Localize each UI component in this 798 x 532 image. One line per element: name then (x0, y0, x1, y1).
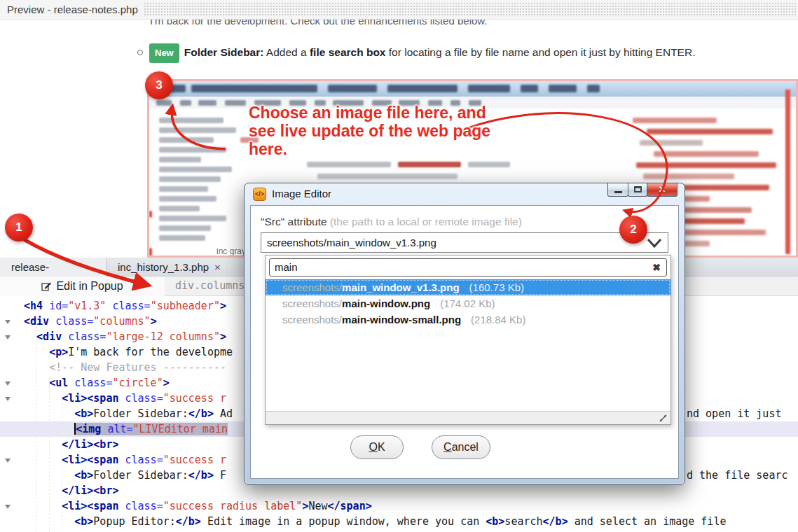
breadcrumb-item[interactable]: div.columns (175, 279, 245, 292)
close-icon: ✕ (647, 183, 677, 195)
blur-chunk (317, 174, 458, 179)
screenshot-red-strip (785, 90, 790, 254)
feature-highlight: file search box (310, 46, 386, 58)
chevron-down-icon[interactable] (647, 236, 662, 250)
blur-chunk (521, 85, 538, 92)
blur-chunk (159, 157, 201, 162)
blur-chunk (159, 235, 205, 241)
gutter (0, 314, 21, 329)
gutter (0, 344, 21, 360)
tab-inc-history[interactable]: inc_history_1.3.php× (106, 258, 232, 276)
blur-chunk (159, 176, 221, 182)
src-combobox-value: screenshots/main_window_v1.3.png (267, 237, 436, 248)
blur-chunk (159, 167, 232, 172)
blur-chunk (158, 85, 186, 92)
blur-chunk (468, 85, 510, 92)
clear-search-icon[interactable]: ✖ (652, 259, 661, 276)
blur-chunk (159, 147, 226, 153)
gutter (0, 483, 21, 498)
list-bullet-icon (137, 50, 143, 55)
maximize-button[interactable] (628, 183, 647, 197)
preview-window-titlebar: Preview - release-notes.php (0, 0, 798, 20)
preview-intro-text: I'm back for the development. Check out … (150, 20, 487, 27)
gutter (0, 421, 21, 437)
blur-chunk (654, 151, 759, 157)
file-list-item[interactable]: screenshots/main-window.png(174.02 Kb) (266, 295, 670, 312)
dialog-title: Image Editor (272, 188, 331, 200)
blur-chunk (159, 216, 226, 221)
close-button[interactable]: ✕ (647, 183, 677, 197)
titlebar-drag-texture[interactable] (144, 2, 797, 17)
blur-chunk (428, 100, 442, 106)
file-list-item[interactable]: screenshots/main_window_v1.3.png(160.73 … (266, 279, 670, 295)
code-line-fragment: nd open it just (687, 406, 781, 421)
minimize-icon (614, 191, 622, 193)
file-list-item[interactable]: screenshots/main-window-small.png(218.84… (266, 312, 670, 328)
fold-marker-icon[interactable] (5, 320, 11, 324)
gutter (0, 298, 21, 314)
fold-marker-icon[interactable] (5, 458, 11, 463)
dialog-content: "Src" attribute (the path to a local or … (250, 205, 679, 479)
code-line[interactable]: <li><span class="success radius label">N… (0, 498, 798, 514)
blur-chunk (372, 100, 392, 106)
tab-release-notes[interactable]: release-notes.php (0, 258, 106, 276)
blur-chunk (640, 140, 703, 146)
blur-chunk (633, 118, 717, 123)
blur-chunk (159, 186, 208, 192)
maximize-icon (634, 186, 642, 192)
fold-marker-icon[interactable] (5, 382, 11, 386)
image-editor-dialog: </> Image Editor ✕ "Src" attribute (the … (244, 183, 685, 485)
cancel-button[interactable]: Cancel (432, 435, 490, 459)
blur-chunk (156, 100, 172, 106)
tab-close-icon[interactable]: × (214, 261, 221, 273)
file-search-value: main (275, 261, 298, 273)
blur-chunk (399, 100, 420, 106)
gutter (0, 437, 21, 452)
blur-chunk (398, 162, 461, 167)
blur-chunk (289, 100, 306, 106)
edit-in-popup-button[interactable]: Edit in Popup (0, 276, 165, 296)
blur-chunk (307, 162, 391, 167)
blur-chunk (159, 196, 216, 202)
gutter (0, 360, 21, 375)
blur-chunk (198, 100, 216, 106)
blur-chunk (647, 129, 773, 134)
edit-pencil-icon (41, 281, 52, 291)
src-combobox[interactable]: screenshots/main_window_v1.3.png (261, 232, 668, 253)
src-attribute-label: "Src" attribute (the path to a local or … (261, 216, 668, 228)
blur-chunk (450, 100, 460, 106)
blur-chunk (643, 174, 734, 179)
gutter (0, 375, 21, 391)
blur-chunk (149, 248, 152, 256)
blur-chunk (468, 162, 510, 167)
code-line[interactable]: </li><br> (0, 483, 798, 498)
new-badge: New (149, 43, 179, 63)
file-list: screenshots/main_window_v1.3.png(160.73 … (266, 279, 670, 411)
gutter (0, 329, 21, 344)
gutter (0, 498, 21, 514)
fold-marker-icon[interactable] (5, 505, 11, 509)
resize-diagonal-icon (658, 413, 668, 424)
blur-chunk (180, 100, 191, 106)
fold-marker-icon[interactable] (5, 335, 11, 340)
preview-release-note-item: NewFolder Sidebar: Added a file search b… (137, 43, 776, 63)
blur-chunk (549, 85, 577, 92)
blur-chunk (636, 162, 776, 168)
panel-resize-bar[interactable] (266, 411, 670, 424)
blur-chunk (333, 100, 364, 106)
gutter (0, 514, 21, 529)
code-line[interactable]: <b>Popup Editor:</b> Edit image in a pop… (0, 514, 798, 529)
src-attribute-hint: (the path to a local or remote image fil… (327, 216, 522, 227)
file-dropdown-panel: main ✖ screenshots/main_window_v1.3.png(… (265, 255, 671, 425)
preview-window-title: Preview - release-notes.php (7, 4, 138, 15)
blur-chunk (587, 85, 600, 92)
ok-button[interactable]: OK (350, 435, 404, 459)
file-search-input[interactable]: main ✖ (269, 258, 667, 276)
feature-title: Folder Sidebar: (184, 46, 264, 58)
gutter (0, 468, 21, 483)
gutter (0, 452, 21, 468)
blur-chunk (469, 100, 481, 106)
fold-marker-icon[interactable] (5, 397, 11, 401)
minimize-button[interactable] (607, 183, 628, 197)
blur-chunk (328, 85, 377, 92)
